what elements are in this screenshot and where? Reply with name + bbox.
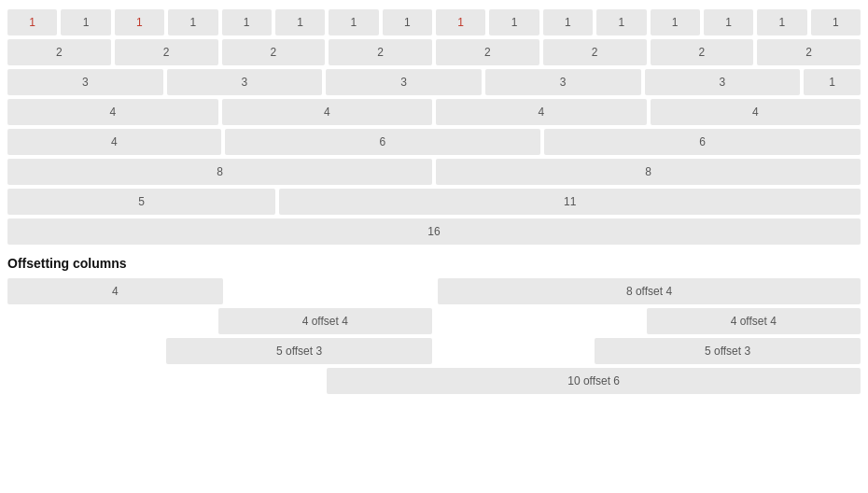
col-cell: 1 bbox=[543, 9, 593, 35]
col-cell: 1 bbox=[596, 9, 646, 35]
row-16: 16 bbox=[7, 218, 861, 245]
row-3s: 3 3 3 3 3 1 bbox=[7, 69, 861, 95]
col-cell: 8 offset 4 bbox=[438, 278, 861, 304]
col-cell: 8 bbox=[7, 159, 432, 185]
col-cell: 5 offset 3 bbox=[166, 338, 432, 364]
row-2s: 2 2 2 2 2 2 2 2 bbox=[7, 39, 861, 65]
offset-row-4: 10 offset 6 bbox=[7, 368, 861, 394]
col-cell: 3 bbox=[7, 69, 163, 95]
col-cell: 2 bbox=[115, 39, 218, 65]
col-cell: 1 bbox=[115, 9, 164, 35]
col-cell: 5 bbox=[7, 189, 275, 215]
row-4-6-6: 4 6 6 bbox=[7, 129, 861, 155]
col-cell: 1 bbox=[651, 9, 700, 35]
col-cell: 8 bbox=[436, 159, 861, 185]
col-cell: 2 bbox=[7, 39, 111, 65]
col-cell: 3 bbox=[167, 69, 323, 95]
row-5-11: 5 11 bbox=[7, 189, 861, 215]
col-cell: 2 bbox=[222, 39, 326, 65]
col-cell: 4 bbox=[222, 99, 433, 125]
col-cell: 1 bbox=[61, 9, 110, 35]
col-cell: 1 bbox=[811, 9, 861, 35]
col-cell: 16 bbox=[7, 218, 861, 245]
col-cell: 11 bbox=[279, 189, 861, 215]
col-cell: 1 bbox=[489, 9, 539, 35]
offset-row-1: 4 8 offset 4 bbox=[7, 278, 861, 304]
offset-row-2: 4 offset 4 4 offset 4 bbox=[7, 308, 861, 334]
col-cell: 6 bbox=[225, 129, 541, 155]
col-cell: 2 bbox=[651, 39, 754, 65]
col-cell: 5 offset 3 bbox=[595, 338, 861, 364]
col-cell: 10 offset 6 bbox=[327, 368, 861, 394]
offset-row-3: 5 offset 3 5 offset 3 bbox=[7, 338, 861, 364]
col-cell: 3 bbox=[485, 69, 641, 95]
row-8s: 8 8 bbox=[7, 159, 861, 185]
col-cell: 2 bbox=[329, 39, 432, 65]
col-cell: 1 bbox=[168, 9, 217, 35]
row-1s: 1 1 1 1 1 1 1 1 1 1 1 1 1 1 1 1 bbox=[7, 9, 861, 35]
col-cell: 4 offset 4 bbox=[647, 308, 861, 334]
col-cell: 3 bbox=[326, 69, 482, 95]
col-cell: 4 bbox=[7, 129, 221, 155]
section-title: Offsetting columns bbox=[7, 256, 861, 271]
col-cell: 3 bbox=[645, 69, 801, 95]
col-cell: 6 bbox=[544, 129, 861, 155]
col-cell: 2 bbox=[757, 39, 861, 65]
col-cell: 1 bbox=[804, 69, 861, 95]
col-cell: 4 offset 4 bbox=[218, 308, 433, 334]
col-cell: 1 bbox=[704, 9, 753, 35]
col-cell: 4 bbox=[7, 99, 218, 125]
col-cell: 1 bbox=[436, 9, 485, 35]
col-cell: 1 bbox=[757, 9, 806, 35]
col-cell: 2 bbox=[543, 39, 647, 65]
row-4s-a: 4 4 4 4 bbox=[7, 99, 861, 125]
col-cell: 4 bbox=[436, 99, 647, 125]
col-cell: 1 bbox=[329, 9, 378, 35]
col-cell: 4 bbox=[651, 99, 861, 125]
grid-demo: 1 1 1 1 1 1 1 1 1 1 1 1 1 1 1 1 2 2 2 2 … bbox=[7, 9, 861, 394]
col-cell: 1 bbox=[275, 9, 325, 35]
col-cell: 1 bbox=[383, 9, 432, 35]
col-cell: 1 bbox=[7, 9, 57, 35]
col-cell: 1 bbox=[222, 9, 272, 35]
col-cell: 2 bbox=[436, 39, 539, 65]
col-cell: 4 bbox=[7, 278, 223, 304]
